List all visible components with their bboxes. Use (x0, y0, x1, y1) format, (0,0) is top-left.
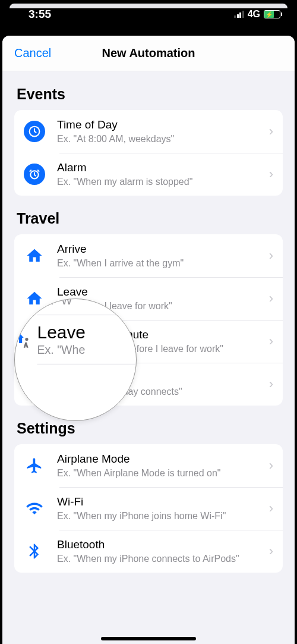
row-title: Wi-Fi (57, 495, 269, 508)
row-time-of-day[interactable]: Time of Day Ex. "At 8:00 AM, weekdays" › (14, 110, 283, 153)
wifi-icon (24, 498, 45, 519)
row-title: Airplane Mode (57, 453, 269, 466)
chevron-right-icon: › (269, 248, 273, 263)
chevron-right-icon: › (269, 501, 273, 516)
modal-stack-peek (10, 4, 287, 8)
row-title: Leave (57, 285, 269, 299)
airplane-icon (24, 455, 45, 476)
svg-point-4 (25, 337, 28, 340)
chevron-right-icon: › (269, 124, 273, 139)
row-subtitle: Ex. "When I arrive at the gym" (57, 258, 269, 269)
row-bluetooth[interactable]: Bluetooth Ex. "When my iPhone connects t… (14, 530, 283, 573)
chevron-right-icon: › (269, 167, 273, 182)
events-card: Time of Day Ex. "At 8:00 AM, weekdays" ›… (14, 110, 283, 196)
chevron-right-icon: › (269, 334, 273, 349)
row-wifi[interactable]: Wi-Fi Ex. "When my iPhone joins home Wi-… (14, 487, 283, 530)
row-title: Arrive (57, 243, 269, 256)
row-subtitle: Ex. "At 8:00 AM, weekdays" (57, 134, 269, 144)
row-subtitle: Ex. "When Airplane Mode is turned on" (57, 468, 269, 479)
chevron-right-icon: › (269, 458, 273, 473)
row-subtitle: Ex. "When my iPhone connects to AirPods" (57, 554, 269, 564)
battery-icon: ⚡ (264, 10, 280, 18)
chevron-right-icon: › (269, 544, 273, 559)
modal-header: Cancel New Automation (2, 36, 295, 71)
modal-sheet: Cancel New Automation Events Time of Day… (2, 36, 295, 644)
row-subtitle: Ex. "When my alarm is stopped" (57, 177, 269, 187)
arrive-icon (24, 245, 45, 266)
leave-icon (24, 288, 45, 309)
section-title-travel: Travel (2, 196, 295, 234)
cancel-button[interactable]: Cancel (14, 46, 51, 60)
row-title: Bluetooth (57, 538, 269, 551)
settings-card: Airplane Mode Ex. "When Airplane Mode is… (14, 444, 283, 573)
bluetooth-icon (24, 541, 45, 562)
chevron-right-icon: › (269, 376, 273, 392)
section-title-events: Events (2, 71, 295, 110)
chevron-right-icon: › (269, 291, 273, 306)
mag-focused-sub: Ex. "Whe (37, 343, 86, 357)
clock-icon (24, 121, 45, 142)
page-title: New Automation (102, 46, 195, 60)
signal-icon (234, 11, 244, 18)
home-indicator[interactable] (101, 637, 196, 640)
network-label: 4G (248, 9, 260, 20)
status-icons: 4G ⚡ (234, 9, 280, 20)
row-title: Alarm (57, 161, 269, 174)
magnifier-overlay: Ex. "W Leave Ex. "Whe (14, 299, 137, 421)
alarm-icon (24, 164, 45, 185)
row-title: Time of Day (57, 118, 269, 131)
row-subtitle: Ex. "When my iPhone joins home Wi-Fi" (57, 511, 269, 522)
status-time: 3:55 (29, 8, 51, 21)
row-airplane[interactable]: Airplane Mode Ex. "When Airplane Mode is… (14, 444, 283, 487)
row-alarm[interactable]: Alarm Ex. "When my alarm is stopped" › (14, 153, 283, 196)
row-arrive[interactable]: Arrive Ex. "When I arrive at the gym" › (14, 234, 283, 277)
mag-focused-title: Leave (37, 322, 86, 344)
